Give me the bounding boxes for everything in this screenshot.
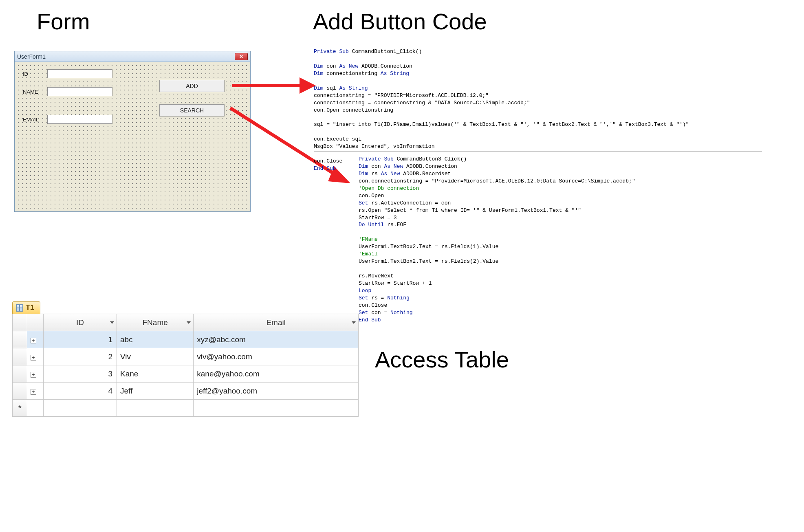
search-button[interactable]: SEARCH: [159, 104, 225, 117]
heading-access-table: Access Table: [375, 346, 509, 373]
table-row[interactable]: + 3 Kane kane@yahoo.com: [13, 365, 359, 383]
expand-icon[interactable]: +: [31, 355, 36, 361]
cell-email[interactable]: jeff2@yahoo.com: [194, 383, 359, 400]
cell-id[interactable]: 2: [44, 348, 117, 365]
table-tab[interactable]: T1: [12, 301, 40, 314]
id-input[interactable]: [47, 69, 112, 78]
heading-add-button-code: Add Button Code: [313, 8, 487, 35]
row-selector[interactable]: [13, 383, 27, 400]
code-block-add: Private Sub CommandButton1_Click() Dim c…: [314, 48, 689, 172]
table-row[interactable]: + 2 Viv viv@yahoo.com: [13, 348, 359, 365]
col-fname[interactable]: FName: [117, 314, 194, 331]
expand-icon[interactable]: +: [31, 372, 36, 378]
expand-icon[interactable]: +: [31, 389, 36, 395]
table-row[interactable]: + 4 Jeff jeff2@yahoo.com: [13, 383, 359, 400]
col-email[interactable]: Email: [194, 314, 359, 331]
table-header-row: ID FName Email: [13, 314, 359, 331]
userform-window: UserForm1 ✕ ID NAME EMAIL ADD SEARCH: [14, 51, 251, 212]
table-icon: [16, 304, 23, 312]
cell-fname[interactable]: Jeff: [117, 383, 194, 400]
row-selector[interactable]: [13, 331, 27, 348]
cell-email[interactable]: viv@yahoo.com: [194, 348, 359, 365]
chevron-down-icon[interactable]: [187, 321, 191, 324]
userform-body: ID NAME EMAIL ADD SEARCH: [15, 62, 250, 211]
new-row-icon[interactable]: *: [13, 400, 27, 417]
table-new-row[interactable]: *: [13, 400, 359, 417]
row-selector[interactable]: [13, 348, 27, 365]
email-label: EMAIL: [23, 117, 47, 123]
col-id[interactable]: ID: [44, 314, 117, 331]
arrow-add: [230, 73, 316, 98]
expand-col-head: [27, 314, 44, 331]
access-table-panel: T1 ID FName Email + 1 abc xyz@abc.com +: [12, 301, 359, 417]
row-selector[interactable]: [13, 365, 27, 383]
cell-fname[interactable]: abc: [117, 331, 194, 348]
userform-title: UserForm1: [17, 53, 235, 60]
cell-id[interactable]: 4: [44, 383, 117, 400]
chevron-down-icon[interactable]: [110, 321, 114, 324]
cell-id[interactable]: 3: [44, 365, 117, 383]
code-divider: [314, 152, 762, 152]
table-tab-label: T1: [26, 303, 34, 312]
userform-titlebar[interactable]: UserForm1 ✕: [15, 51, 250, 62]
table-row[interactable]: + 1 abc xyz@abc.com: [13, 331, 359, 348]
cell-fname[interactable]: Viv: [117, 348, 194, 365]
name-label: NAME: [23, 89, 47, 95]
name-input[interactable]: [47, 87, 112, 96]
id-label: ID: [23, 71, 47, 77]
cell-id[interactable]: 1: [44, 331, 117, 348]
cell-email[interactable]: kane@yahoo.com: [194, 365, 359, 383]
svg-marker-1: [300, 77, 316, 94]
close-icon[interactable]: ✕: [235, 53, 248, 60]
chevron-down-icon[interactable]: [352, 321, 356, 324]
rowhead-corner[interactable]: [13, 314, 27, 331]
email-input[interactable]: [47, 115, 112, 124]
expand-icon[interactable]: +: [31, 338, 36, 343]
code-block-search: Private Sub CommandButton3_Click() Dim c…: [359, 156, 635, 324]
heading-form: Form: [37, 8, 90, 35]
access-table: ID FName Email + 1 abc xyz@abc.com + 2 V…: [12, 314, 359, 417]
add-button[interactable]: ADD: [159, 80, 225, 92]
cell-email[interactable]: xyz@abc.com: [194, 331, 359, 348]
cell-fname[interactable]: Kane: [117, 365, 194, 383]
